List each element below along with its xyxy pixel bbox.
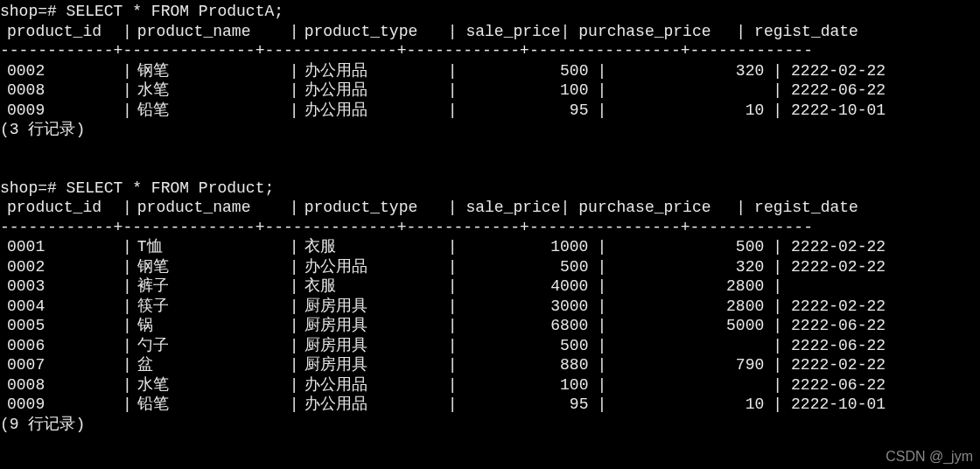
- cell-product-type: 办公用品: [299, 257, 448, 277]
- cell-product-id: 0008: [0, 80, 122, 101]
- cell-product-id: 0001: [0, 237, 122, 257]
- table-row: 0001|T恤|衣服|1000|500|2222-02-22: [0, 237, 980, 257]
- col-header-regist-date: regist_date: [746, 22, 938, 42]
- sql-prompt-1: shop=# SELECT * FROM ProductA;: [0, 2, 980, 22]
- col-header-sale-price: sale_price: [457, 198, 560, 218]
- cell-product-name: 盆: [132, 355, 290, 375]
- watermark: CSDN @_jym: [886, 448, 973, 466]
- col-header-product-name: product_name: [132, 198, 290, 218]
- cell-product-id: 0008: [0, 375, 122, 396]
- cell-product-name: 铅笔: [132, 395, 290, 415]
- table-row: 0009|铅笔|办公用品|95|10|2222-10-01: [0, 395, 980, 415]
- cell-purchase-price: 10: [606, 101, 773, 121]
- cell-product-type: 办公用品: [299, 375, 448, 396]
- cell-product-type: 厨房用具: [299, 297, 448, 317]
- cell-purchase-price: [606, 375, 773, 396]
- col-header-product-id: product_id: [0, 22, 122, 42]
- cell-purchase-price: 320: [606, 257, 773, 277]
- table-row: 0002|钢笔|办公用品|500|320|2222-02-22: [0, 61, 980, 81]
- cell-sale-price: 3000: [457, 297, 597, 317]
- cell-product-type: 办公用品: [299, 61, 448, 81]
- col-header-purchase-price: purchase_price: [570, 198, 736, 218]
- cell-sale-price: 500: [457, 336, 597, 356]
- col-header-product-id: product_id: [0, 198, 122, 218]
- cell-product-id: 0005: [0, 316, 122, 336]
- cell-regist-date: 2222-06-22: [782, 336, 975, 356]
- table-row: 0006|勺子|厨房用具|500||2222-06-22: [0, 336, 980, 356]
- table-row: 0007|盆|厨房用具|880|790|2222-02-22: [0, 355, 980, 375]
- cell-sale-price: 1000: [457, 237, 597, 257]
- cell-product-name: 裤子: [132, 276, 290, 297]
- cell-product-type: 办公用品: [299, 395, 448, 415]
- col-header-purchase-price: purchase_price: [570, 22, 736, 42]
- cell-product-id: 0006: [0, 336, 122, 356]
- table2-footer: (9 行记录): [0, 415, 980, 435]
- cell-sale-price: 880: [457, 355, 597, 375]
- table-row: 0008|水笔|办公用品|100||2222-06-22: [0, 80, 980, 101]
- cell-product-name: 勺子: [132, 336, 290, 356]
- cell-sale-price: 100: [457, 375, 597, 396]
- table2-header: product_id| product_name| product_type| …: [0, 198, 980, 218]
- cell-product-id: 0007: [0, 355, 122, 375]
- cell-purchase-price: 10: [606, 395, 773, 415]
- cell-product-id: 0009: [0, 395, 122, 415]
- cell-sale-price: 95: [457, 395, 597, 415]
- cell-product-type: 办公用品: [299, 80, 448, 101]
- cell-purchase-price: [606, 80, 773, 101]
- cell-regist-date: 2222-06-22: [782, 80, 975, 101]
- cell-product-name: 水笔: [132, 80, 290, 101]
- table1-header: product_id| product_name| product_type| …: [0, 22, 980, 42]
- table-row: 0002|钢笔|办公用品|500|320|2222-02-22: [0, 257, 980, 277]
- cell-product-type: 办公用品: [299, 101, 448, 121]
- cell-product-name: 水笔: [132, 375, 290, 396]
- col-header-product-type: product_type: [299, 22, 448, 42]
- table1-body: 0002|钢笔|办公用品|500|320|2222-02-220008|水笔|办…: [0, 61, 980, 121]
- cell-product-name: 筷子: [132, 297, 290, 317]
- col-header-regist-date: regist_date: [746, 198, 938, 218]
- cell-product-id: 0004: [0, 297, 122, 317]
- cell-product-type: 衣服: [299, 237, 448, 257]
- cell-purchase-price: 500: [606, 237, 773, 257]
- cell-regist-date: 2222-02-22: [782, 297, 975, 317]
- table-row: 0004|筷子|厨房用具|3000|2800|2222-02-22: [0, 297, 980, 317]
- cell-regist-date: 2222-02-22: [782, 61, 975, 81]
- table2-body: 0001|T恤|衣服|1000|500|2222-02-220002|钢笔|办公…: [0, 237, 980, 415]
- cell-product-type: 厨房用具: [299, 316, 448, 336]
- cell-product-name: 锅: [132, 316, 290, 336]
- cell-regist-date: 2222-06-22: [782, 375, 975, 396]
- cell-regist-date: 2222-02-22: [782, 355, 975, 375]
- table2-divider: ------------+--------------+------------…: [0, 218, 980, 238]
- cell-regist-date: 2222-10-01: [782, 395, 975, 415]
- col-header-sale-price: sale_price: [457, 22, 560, 42]
- cell-regist-date: [782, 276, 975, 297]
- table-row: 0009|铅笔|办公用品|95|10|2222-10-01: [0, 101, 980, 121]
- cell-product-type: 厨房用具: [299, 355, 448, 375]
- col-header-product-type: product_type: [299, 198, 448, 218]
- cell-product-name: 铅笔: [132, 101, 290, 121]
- table-row: 0005|锅|厨房用具|6800|5000|2222-06-22: [0, 316, 980, 336]
- table-row: 0003|裤子|衣服|4000|2800|: [0, 276, 980, 297]
- cell-sale-price: 6800: [457, 316, 597, 336]
- cell-product-id: 0002: [0, 257, 122, 277]
- cell-purchase-price: 320: [606, 61, 773, 81]
- cell-sale-price: 4000: [457, 276, 597, 297]
- cell-product-id: 0002: [0, 61, 122, 81]
- cell-product-name: 钢笔: [132, 61, 290, 81]
- cell-purchase-price: 5000: [606, 316, 773, 336]
- cell-product-type: 厨房用具: [299, 336, 448, 356]
- table1-footer: (3 行记录): [0, 120, 980, 140]
- sql-prompt-2: shop=# SELECT * FROM Product;: [0, 178, 980, 199]
- cell-sale-price: 100: [457, 80, 597, 101]
- table-row: 0008|水笔|办公用品|100||2222-06-22: [0, 375, 980, 396]
- cell-product-type: 衣服: [299, 276, 448, 297]
- cell-regist-date: 2222-02-22: [782, 237, 975, 257]
- cell-product-id: 0009: [0, 101, 122, 121]
- cell-regist-date: 2222-10-01: [782, 101, 975, 121]
- cell-purchase-price: 2800: [606, 297, 773, 317]
- cell-sale-price: 500: [457, 257, 597, 277]
- cell-sale-price: 500: [457, 61, 597, 81]
- cell-product-name: 钢笔: [132, 257, 290, 277]
- cell-purchase-price: 2800: [606, 276, 773, 297]
- cell-regist-date: 2222-06-22: [782, 316, 975, 336]
- cell-purchase-price: [606, 336, 773, 356]
